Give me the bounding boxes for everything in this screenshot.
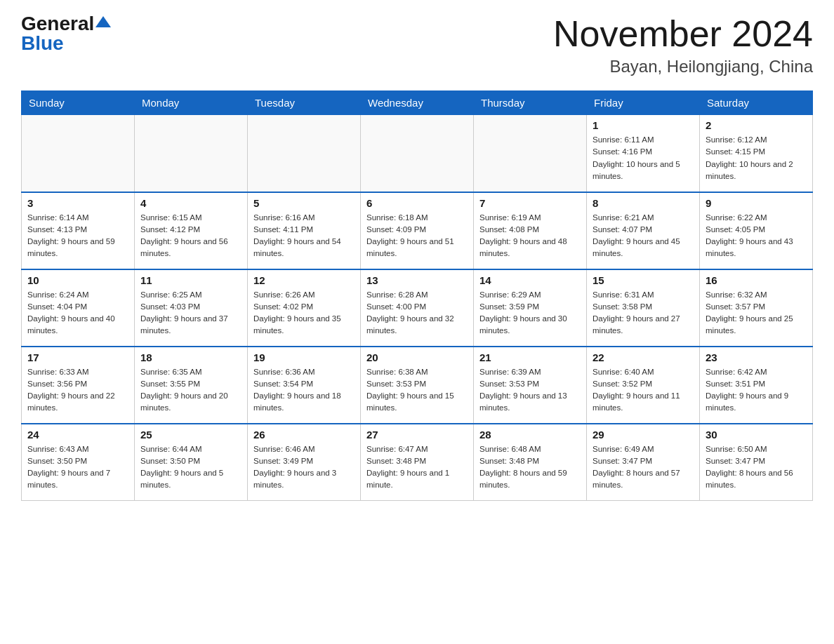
logo-blue-text: Blue <box>21 34 64 53</box>
day-info: Sunrise: 6:15 AMSunset: 4:12 PMDaylight:… <box>140 212 241 260</box>
table-row: 4Sunrise: 6:15 AMSunset: 4:12 PMDaylight… <box>135 192 248 269</box>
day-info: Sunrise: 6:47 AMSunset: 3:48 PMDaylight:… <box>366 443 468 492</box>
day-number: 9 <box>706 197 807 209</box>
day-number: 18 <box>140 351 241 363</box>
day-info: Sunrise: 6:11 AMSunset: 4:16 PMDaylight:… <box>593 134 694 182</box>
table-row: 9Sunrise: 6:22 AMSunset: 4:05 PMDaylight… <box>700 192 813 269</box>
table-row <box>474 115 587 192</box>
weekday-header-tuesday: Tuesday <box>248 91 361 115</box>
month-title: November 2024 <box>553 14 813 54</box>
weekday-header-sunday: Sunday <box>22 91 135 115</box>
day-number: 27 <box>366 429 468 441</box>
weekday-header-wednesday: Wednesday <box>361 91 474 115</box>
day-number: 20 <box>366 351 468 363</box>
day-number: 19 <box>253 351 355 363</box>
day-number: 4 <box>140 197 241 209</box>
table-row: 19Sunrise: 6:36 AMSunset: 3:54 PMDayligh… <box>248 347 361 424</box>
week-row-4: 17Sunrise: 6:33 AMSunset: 3:56 PMDayligh… <box>22 347 813 424</box>
svg-marker-0 <box>95 16 111 27</box>
logo-icon <box>95 15 111 30</box>
day-info: Sunrise: 6:31 AMSunset: 3:58 PMDaylight:… <box>593 289 694 337</box>
day-number: 29 <box>593 429 694 441</box>
table-row: 3Sunrise: 6:14 AMSunset: 4:13 PMDaylight… <box>22 192 135 269</box>
weekday-header-thursday: Thursday <box>474 91 587 115</box>
day-number: 15 <box>593 274 694 286</box>
logo: General Blue <box>21 14 111 53</box>
day-number: 17 <box>27 351 128 363</box>
table-row: 10Sunrise: 6:24 AMSunset: 4:04 PMDayligh… <box>22 269 135 347</box>
day-info: Sunrise: 6:29 AMSunset: 3:59 PMDaylight:… <box>479 289 581 337</box>
table-row: 30Sunrise: 6:50 AMSunset: 3:47 PMDayligh… <box>700 424 813 501</box>
table-row: 13Sunrise: 6:28 AMSunset: 4:00 PMDayligh… <box>361 269 474 347</box>
day-info: Sunrise: 6:42 AMSunset: 3:51 PMDaylight:… <box>706 366 807 415</box>
table-row: 12Sunrise: 6:26 AMSunset: 4:02 PMDayligh… <box>248 269 361 347</box>
day-info: Sunrise: 6:36 AMSunset: 3:54 PMDaylight:… <box>253 366 355 415</box>
day-info: Sunrise: 6:49 AMSunset: 3:47 PMDaylight:… <box>593 443 694 492</box>
day-info: Sunrise: 6:40 AMSunset: 3:52 PMDaylight:… <box>593 366 694 415</box>
table-row: 22Sunrise: 6:40 AMSunset: 3:52 PMDayligh… <box>587 347 700 424</box>
title-area: November 2024 Bayan, Heilongjiang, China <box>553 14 813 76</box>
day-number: 10 <box>27 274 128 286</box>
day-info: Sunrise: 6:16 AMSunset: 4:11 PMDaylight:… <box>253 212 355 260</box>
week-row-3: 10Sunrise: 6:24 AMSunset: 4:04 PMDayligh… <box>22 269 813 347</box>
day-number: 28 <box>479 429 581 441</box>
day-info: Sunrise: 6:18 AMSunset: 4:09 PMDaylight:… <box>366 212 468 260</box>
day-number: 24 <box>27 429 128 441</box>
day-info: Sunrise: 6:14 AMSunset: 4:13 PMDaylight:… <box>27 212 128 260</box>
day-info: Sunrise: 6:44 AMSunset: 3:50 PMDaylight:… <box>140 443 241 492</box>
table-row: 26Sunrise: 6:46 AMSunset: 3:49 PMDayligh… <box>248 424 361 501</box>
day-info: Sunrise: 6:50 AMSunset: 3:47 PMDaylight:… <box>706 443 807 492</box>
weekday-header-saturday: Saturday <box>700 91 813 115</box>
table-row: 21Sunrise: 6:39 AMSunset: 3:53 PMDayligh… <box>474 347 587 424</box>
day-number: 25 <box>140 429 241 441</box>
day-number: 6 <box>366 197 468 209</box>
day-info: Sunrise: 6:48 AMSunset: 3:48 PMDaylight:… <box>479 443 581 492</box>
day-info: Sunrise: 6:21 AMSunset: 4:07 PMDaylight:… <box>593 212 694 260</box>
weekday-header-row: SundayMondayTuesdayWednesdayThursdayFrid… <box>22 91 813 115</box>
day-info: Sunrise: 6:26 AMSunset: 4:02 PMDaylight:… <box>253 289 355 337</box>
day-number: 8 <box>593 197 694 209</box>
day-number: 26 <box>253 429 355 441</box>
day-number: 12 <box>253 274 355 286</box>
day-info: Sunrise: 6:22 AMSunset: 4:05 PMDaylight:… <box>706 212 807 260</box>
day-info: Sunrise: 6:38 AMSunset: 3:53 PMDaylight:… <box>366 366 468 415</box>
header: General Blue November 2024 Bayan, Heilon… <box>21 14 813 76</box>
week-row-5: 24Sunrise: 6:43 AMSunset: 3:50 PMDayligh… <box>22 424 813 501</box>
day-number: 3 <box>27 197 128 209</box>
table-row: 16Sunrise: 6:32 AMSunset: 3:57 PMDayligh… <box>700 269 813 347</box>
day-number: 13 <box>366 274 468 286</box>
day-info: Sunrise: 6:25 AMSunset: 4:03 PMDaylight:… <box>140 289 241 337</box>
table-row: 15Sunrise: 6:31 AMSunset: 3:58 PMDayligh… <box>587 269 700 347</box>
table-row: 8Sunrise: 6:21 AMSunset: 4:07 PMDaylight… <box>587 192 700 269</box>
table-row: 25Sunrise: 6:44 AMSunset: 3:50 PMDayligh… <box>135 424 248 501</box>
day-number: 22 <box>593 351 694 363</box>
table-row: 11Sunrise: 6:25 AMSunset: 4:03 PMDayligh… <box>135 269 248 347</box>
table-row: 7Sunrise: 6:19 AMSunset: 4:08 PMDaylight… <box>474 192 587 269</box>
table-row <box>248 115 361 192</box>
week-row-2: 3Sunrise: 6:14 AMSunset: 4:13 PMDaylight… <box>22 192 813 269</box>
day-number: 21 <box>479 351 581 363</box>
table-row: 5Sunrise: 6:16 AMSunset: 4:11 PMDaylight… <box>248 192 361 269</box>
day-info: Sunrise: 6:28 AMSunset: 4:00 PMDaylight:… <box>366 289 468 337</box>
day-number: 14 <box>479 274 581 286</box>
day-info: Sunrise: 6:33 AMSunset: 3:56 PMDaylight:… <box>27 366 128 415</box>
day-number: 1 <box>593 119 694 131</box>
day-number: 23 <box>706 351 807 363</box>
day-info: Sunrise: 6:43 AMSunset: 3:50 PMDaylight:… <box>27 443 128 492</box>
day-info: Sunrise: 6:19 AMSunset: 4:08 PMDaylight:… <box>479 212 581 260</box>
weekday-header-friday: Friday <box>587 91 700 115</box>
table-row: 28Sunrise: 6:48 AMSunset: 3:48 PMDayligh… <box>474 424 587 501</box>
day-info: Sunrise: 6:32 AMSunset: 3:57 PMDaylight:… <box>706 289 807 337</box>
day-number: 5 <box>253 197 355 209</box>
day-number: 16 <box>706 274 807 286</box>
logo-general-text: General <box>21 14 94 34</box>
day-number: 7 <box>479 197 581 209</box>
table-row: 2Sunrise: 6:12 AMSunset: 4:15 PMDaylight… <box>700 115 813 192</box>
table-row: 18Sunrise: 6:35 AMSunset: 3:55 PMDayligh… <box>135 347 248 424</box>
table-row: 17Sunrise: 6:33 AMSunset: 3:56 PMDayligh… <box>22 347 135 424</box>
table-row: 1Sunrise: 6:11 AMSunset: 4:16 PMDaylight… <box>587 115 700 192</box>
table-row: 20Sunrise: 6:38 AMSunset: 3:53 PMDayligh… <box>361 347 474 424</box>
day-number: 11 <box>140 274 241 286</box>
day-info: Sunrise: 6:39 AMSunset: 3:53 PMDaylight:… <box>479 366 581 415</box>
day-number: 2 <box>706 119 807 131</box>
